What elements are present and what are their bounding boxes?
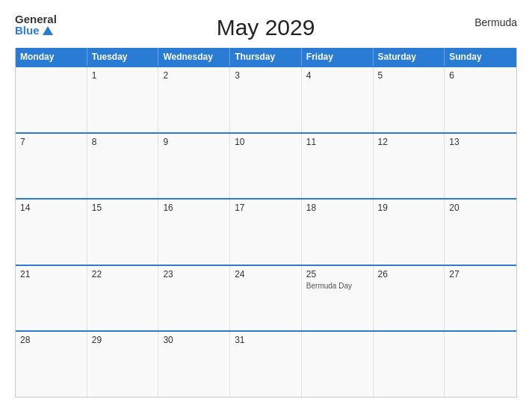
calendar-cell [16, 67, 87, 132]
day-number: 15 [92, 203, 154, 213]
calendar-cell: 11 [302, 134, 374, 199]
header-day-saturday: Saturday [374, 48, 445, 66]
day-number: 13 [449, 137, 512, 147]
day-number: 31 [235, 335, 297, 345]
logo-blue-text: Blue [15, 25, 53, 36]
calendar-week-3: 14151617181920 [16, 198, 516, 265]
day-number: 5 [378, 70, 440, 81]
calendar-cell: 15 [87, 200, 159, 265]
day-number: 14 [20, 203, 82, 213]
calendar-week-4: 2122232425Bermuda Day2627 [16, 265, 516, 331]
calendar-cell: 16 [158, 200, 230, 265]
calendar-cell: 22 [87, 266, 159, 331]
calendar-title: May 2029 [57, 13, 474, 40]
day-number: 1 [92, 70, 154, 81]
day-number: 28 [20, 335, 82, 345]
calendar-cell: 17 [230, 200, 302, 265]
day-number: 25 [306, 269, 368, 279]
calendar-cell: 13 [445, 134, 516, 199]
day-number: 30 [163, 335, 225, 345]
header-day-thursday: Thursday [230, 48, 302, 66]
calendar-cell: 5 [374, 67, 445, 132]
calendar-cell: 26 [374, 266, 445, 331]
calendar-cell: 7 [16, 134, 87, 199]
day-number: 16 [163, 203, 225, 213]
calendar-cell: 18 [302, 200, 374, 265]
logo-general-text: General [15, 13, 57, 25]
calendar-cell: 30 [158, 332, 230, 397]
calendar-cell: 9 [158, 134, 230, 199]
calendar-week-2: 78910111213 [16, 132, 516, 199]
calendar-cell: 2 [158, 67, 230, 132]
header-day-wednesday: Wednesday [158, 48, 230, 66]
header-day-tuesday: Tuesday [87, 48, 159, 66]
calendar-cell: 19 [374, 200, 445, 265]
day-number: 23 [163, 269, 225, 279]
calendar-cell: 25Bermuda Day [302, 266, 374, 331]
day-number: 24 [235, 269, 297, 279]
calendar-cell [374, 332, 445, 397]
calendar-cell [445, 332, 516, 397]
calendar-cell: 4 [302, 67, 374, 132]
day-number: 27 [449, 269, 512, 279]
day-number: 10 [235, 137, 297, 147]
day-number: 17 [235, 203, 297, 213]
calendar-body: 1234567891011121314151617181920212223242… [16, 66, 516, 397]
calendar-cell: 20 [445, 200, 516, 265]
logo: General Blue [15, 13, 57, 36]
calendar-cell: 10 [230, 134, 302, 199]
day-number: 3 [235, 70, 297, 81]
calendar-week-5: 28293031 [16, 330, 516, 397]
region-label: Bermuda [474, 13, 517, 28]
day-number: 11 [306, 137, 368, 147]
day-number: 12 [378, 137, 440, 147]
day-number: 9 [163, 137, 225, 147]
day-number: 2 [163, 70, 225, 81]
calendar-cell: 21 [16, 266, 87, 331]
calendar: MondayTuesdayWednesdayThursdayFridaySatu… [15, 48, 517, 398]
calendar-cell: 1 [87, 67, 159, 132]
day-number: 6 [449, 70, 512, 81]
calendar-cell: 28 [16, 332, 87, 397]
page: General Blue May 2029 Bermuda MondayTues… [0, 0, 532, 411]
calendar-cell: 6 [445, 67, 516, 132]
calendar-cell [302, 332, 374, 397]
calendar-cell: 14 [16, 200, 87, 265]
header-day-friday: Friday [302, 48, 374, 66]
calendar-cell: 3 [230, 67, 302, 132]
day-number: 26 [378, 269, 440, 279]
calendar-cell: 12 [374, 134, 445, 199]
day-number: 22 [92, 269, 154, 279]
calendar-cell: 27 [445, 266, 516, 331]
day-number: 8 [92, 137, 154, 147]
calendar-header: MondayTuesdayWednesdayThursdayFridaySatu… [16, 48, 516, 66]
header-day-monday: Monday [16, 48, 87, 66]
header-day-sunday: Sunday [445, 48, 516, 66]
day-number: 29 [92, 335, 154, 345]
header: General Blue May 2029 Bermuda [15, 13, 517, 40]
holiday-label: Bermuda Day [306, 281, 368, 291]
day-number: 20 [449, 203, 512, 213]
day-number: 18 [306, 203, 368, 213]
calendar-cell: 24 [230, 266, 302, 331]
calendar-cell: 23 [158, 266, 230, 331]
calendar-cell: 8 [87, 134, 159, 199]
calendar-week-1: 123456 [16, 66, 516, 132]
logo-triangle-icon [43, 26, 53, 35]
day-number: 21 [20, 269, 82, 279]
day-number: 19 [378, 203, 440, 213]
calendar-cell: 31 [230, 332, 302, 397]
day-number: 4 [306, 70, 368, 81]
calendar-cell: 29 [87, 332, 159, 397]
day-number: 7 [20, 137, 82, 147]
